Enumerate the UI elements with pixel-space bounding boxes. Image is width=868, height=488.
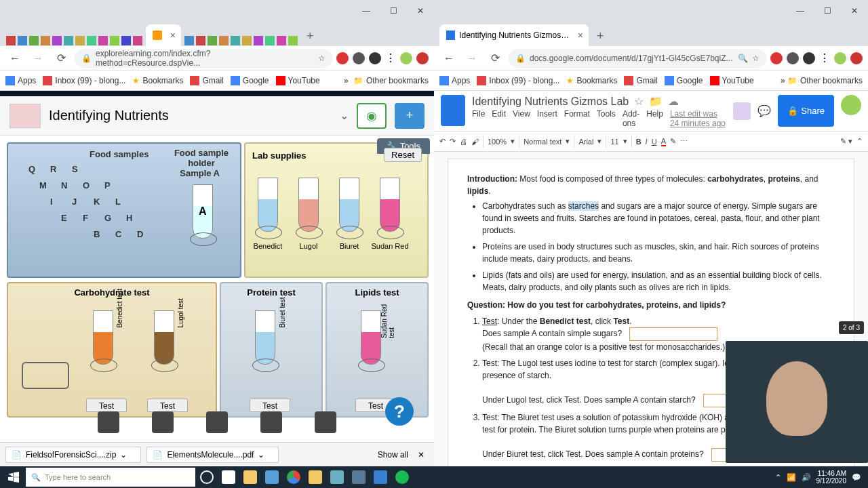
collapse-icon[interactable]: ⌃ (856, 137, 863, 146)
share-icon[interactable] (260, 411, 282, 433)
new-tab-button[interactable]: + (591, 26, 610, 46)
addon-icon[interactable] (733, 102, 751, 120)
other-bookmarks[interactable]: » 📁 Other bookmarks (781, 76, 863, 85)
new-tab-button[interactable]: + (301, 26, 319, 46)
extension-icon[interactable] (787, 52, 799, 64)
tab-close-icon[interactable]: × (170, 30, 176, 41)
active-tab[interactable]: Identifying Nutrients Gizmos Lab × (439, 24, 589, 46)
minimize-button[interactable]: — (787, 1, 814, 21)
sample-a-tube[interactable]: A (193, 184, 213, 239)
docs-logo-icon[interactable] (441, 95, 465, 126)
launch-button[interactable]: ◉ (357, 103, 387, 129)
italic-button[interactable]: I (646, 138, 648, 146)
profile-icon[interactable] (400, 52, 412, 64)
app-icon[interactable] (305, 467, 326, 487)
google-bookmark[interactable]: Google (665, 76, 703, 85)
document-title[interactable]: Identifying Nutrients Gizmos Lab (472, 96, 629, 108)
forward-button[interactable]: → (462, 49, 481, 68)
last-edit[interactable]: Last edit was 24 minutes ago (670, 109, 726, 128)
profile-icon[interactable] (834, 52, 846, 64)
document-body[interactable]: Introduction: Most food is composed of t… (434, 152, 868, 466)
start-button[interactable] (3, 466, 24, 488)
minimize-button[interactable]: — (353, 1, 380, 21)
star-icon[interactable]: ☆ (634, 95, 644, 108)
task-view-icon[interactable] (218, 467, 239, 487)
extension-icon[interactable] (353, 52, 365, 64)
maximize-button[interactable]: ☐ (380, 1, 407, 21)
extension-icon[interactable] (416, 52, 429, 64)
share-button[interactable]: 🔒 Share (778, 95, 834, 127)
sudan-result-tube[interactable] (361, 310, 381, 365)
youtube-bookmark[interactable]: YouTube (276, 76, 320, 85)
apps-bookmark[interactable]: Apps (439, 76, 470, 85)
view-menu[interactable]: View (513, 109, 530, 128)
download-item[interactable]: 📄 FieldsofForensicSci....zip ⌄ (5, 447, 141, 463)
biuret-tube[interactable]: Biuret (339, 178, 359, 232)
upload-icon[interactable] (98, 411, 119, 433)
thumbs-up-icon[interactable] (152, 411, 174, 433)
search-box[interactable]: 🔍 Type here to search (26, 468, 195, 487)
active-tab[interactable]: × (146, 24, 181, 46)
reload-button[interactable]: ⟳ (52, 49, 71, 68)
youtube-bookmark[interactable]: YouTube (710, 76, 754, 85)
chrome-icon[interactable] (283, 467, 304, 487)
bookmarks-folder[interactable]: ★Bookmarks (132, 76, 183, 85)
benedict-tube[interactable]: Benedict (258, 178, 278, 232)
account-avatar[interactable] (841, 95, 861, 115)
more-button[interactable]: ⋯ (680, 137, 688, 146)
help-menu[interactable]: Help (646, 109, 663, 128)
undo-button[interactable]: ↶ (439, 137, 446, 146)
mail-icon[interactable] (370, 467, 391, 487)
lugol-result-tube[interactable] (154, 310, 174, 365)
address-bar[interactable]: 🔒 docs.google.com/document/d/17gjYt1-Gl4… (509, 49, 766, 68)
gmail-bookmark[interactable]: Inbox (99) - blong... (477, 76, 559, 85)
extension-icon[interactable] (850, 52, 863, 64)
puzzle-icon[interactable] (369, 52, 381, 64)
wifi-icon[interactable]: 📶 (787, 473, 796, 482)
tab-close-icon[interactable]: × (578, 30, 583, 41)
bold-button[interactable]: B (636, 138, 642, 146)
menu-icon[interactable]: ⋮ (819, 52, 830, 64)
star-icon[interactable]: ☆ (318, 54, 326, 63)
menu-icon[interactable]: ⋮ (385, 52, 396, 64)
extension-icon[interactable] (770, 52, 783, 64)
zoom-select[interactable]: 100% (488, 138, 507, 146)
tray-chevron-icon[interactable]: ⌃ (775, 473, 781, 482)
font-select[interactable]: Arial (578, 138, 593, 146)
redo-button[interactable]: ↷ (450, 137, 456, 146)
close-icon[interactable]: ✕ (414, 450, 429, 460)
back-button[interactable]: ← (5, 49, 24, 68)
calculator-icon[interactable] (349, 467, 369, 487)
file-menu[interactable]: File (472, 109, 485, 128)
move-icon[interactable]: 📁 (649, 95, 663, 108)
format-menu[interactable]: Format (564, 109, 590, 128)
forward-button[interactable]: → (28, 49, 47, 68)
reset-button[interactable]: Reset (384, 148, 422, 162)
highlight-button[interactable]: ✎ (670, 137, 676, 146)
chevron-down-icon[interactable]: ⌄ (340, 109, 349, 122)
close-button[interactable]: ✕ (407, 1, 434, 21)
reload-button[interactable]: ⟳ (486, 49, 505, 68)
other-bookmarks[interactable]: » 📁 Other bookmarks (344, 76, 429, 85)
app-icon[interactable] (327, 467, 347, 487)
insert-menu[interactable]: Insert (537, 109, 557, 128)
back-button[interactable]: ← (439, 49, 458, 68)
text-color-button[interactable]: A (661, 137, 666, 146)
gmail-bookmark[interactable]: Inbox (99) - blong... (43, 76, 125, 85)
addons-menu[interactable]: Add-ons (623, 109, 639, 128)
puzzle-icon[interactable] (803, 52, 815, 64)
style-select[interactable]: Normal text (524, 138, 561, 146)
apps-bookmark[interactable]: Apps (5, 76, 36, 85)
google-bookmark[interactable]: Google (231, 76, 269, 85)
show-all-button[interactable]: Show all (378, 450, 408, 460)
maximize-button[interactable]: ☐ (814, 1, 841, 21)
notifications-icon[interactable]: 💬 (852, 473, 861, 482)
sudan-red-tube[interactable]: Sudan Red (380, 178, 400, 232)
volume-icon[interactable]: 🔊 (802, 473, 811, 482)
paint-format-button[interactable]: 🖌 (471, 138, 479, 146)
lugol-tube[interactable]: Lugol (298, 178, 319, 232)
underline-button[interactable]: U (652, 138, 657, 146)
fullscreen-icon[interactable] (315, 411, 336, 433)
biuret-result-tube[interactable] (255, 310, 275, 365)
comments-icon[interactable]: 💬 (757, 104, 771, 117)
